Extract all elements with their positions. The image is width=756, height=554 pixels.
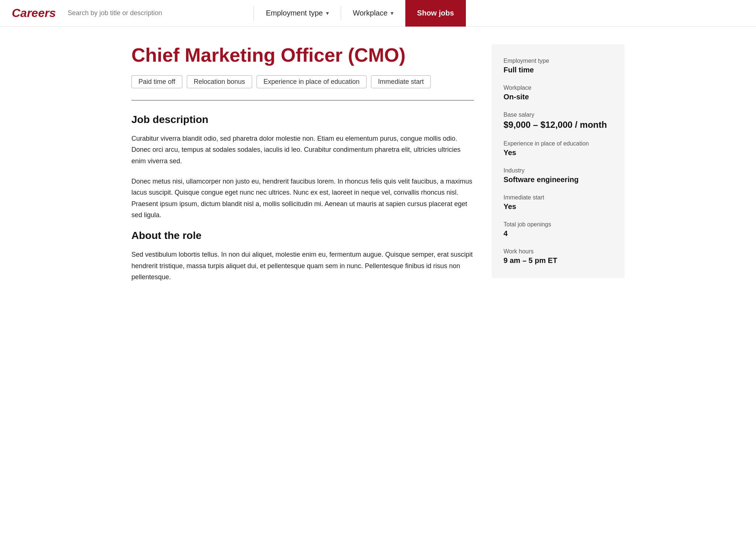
sidebar-value-7: 9 am – 5 pm ET bbox=[504, 256, 613, 265]
sidebar-value-2: $9,000 – $12,000 / month bbox=[504, 120, 613, 130]
main-container: Chief Marketing Officer (CMO) Paid time … bbox=[120, 27, 636, 315]
section-0-para-1: Donec metus nisi, ullamcorper non justo … bbox=[131, 176, 474, 221]
sidebar-item-2: Base salary$9,000 – $12,000 / month bbox=[504, 112, 613, 130]
job-title: Chief Marketing Officer (CMO) bbox=[131, 44, 474, 66]
tag: Relocation bonus bbox=[187, 75, 252, 88]
nav-divider-2 bbox=[341, 6, 341, 21]
sidebar-value-4: Software engineering bbox=[504, 175, 613, 184]
sidebar-item-4: IndustrySoftware engineering bbox=[504, 167, 613, 184]
sidebar-label-6: Total job openings bbox=[504, 221, 613, 228]
search-input[interactable] bbox=[68, 6, 245, 20]
section-heading-1: About the role bbox=[131, 230, 474, 242]
sidebar-item-0: Employment typeFull time bbox=[504, 58, 613, 74]
left-content: Chief Marketing Officer (CMO) Paid time … bbox=[131, 44, 474, 292]
tag: Paid time off bbox=[131, 75, 182, 88]
tag: Immediate start bbox=[371, 75, 431, 88]
chevron-down-icon-2: ▾ bbox=[391, 10, 394, 17]
content-divider bbox=[131, 100, 474, 100]
right-sidebar: Employment typeFull timeWorkplaceOn-site… bbox=[492, 44, 625, 278]
sidebar-item-5: Immediate startYes bbox=[504, 194, 613, 211]
header: Careers Employment type ▾ Workplace ▾ Sh… bbox=[0, 0, 756, 27]
sidebar-label-2: Base salary bbox=[504, 112, 613, 118]
sidebar-items-container: Employment typeFull timeWorkplaceOn-site… bbox=[504, 58, 613, 265]
workplace-label: Workplace bbox=[353, 9, 388, 17]
tag: Experience in place of education bbox=[257, 75, 367, 88]
sidebar-value-3: Yes bbox=[504, 148, 613, 157]
workplace-dropdown[interactable]: Workplace ▾ bbox=[350, 9, 396, 17]
sidebar-value-0: Full time bbox=[504, 66, 613, 74]
sections-container: Job descriptionCurabitur viverra blandit… bbox=[131, 114, 474, 283]
chevron-down-icon: ▾ bbox=[326, 10, 329, 17]
section-1-para-0: Sed vestibulum lobortis tellus. In non d… bbox=[131, 249, 474, 283]
sidebar-item-7: Work hours9 am – 5 pm ET bbox=[504, 248, 613, 265]
section-0-para-0: Curabitur viverra blandit odio, sed phar… bbox=[131, 133, 474, 167]
sidebar-item-1: WorkplaceOn-site bbox=[504, 85, 613, 101]
logo: Careers bbox=[12, 6, 56, 20]
sidebar-label-7: Work hours bbox=[504, 248, 613, 255]
sidebar-label-0: Employment type bbox=[504, 58, 613, 64]
sidebar-item-3: Experience in place of educationYes bbox=[504, 140, 613, 157]
sidebar-label-4: Industry bbox=[504, 167, 613, 174]
employment-type-label: Employment type bbox=[266, 9, 323, 17]
show-jobs-button[interactable]: Show jobs bbox=[405, 0, 466, 27]
sidebar-item-6: Total job openings4 bbox=[504, 221, 613, 238]
employment-type-dropdown[interactable]: Employment type ▾ bbox=[263, 9, 332, 17]
sidebar-value-1: On-site bbox=[504, 93, 613, 101]
sidebar-label-5: Immediate start bbox=[504, 194, 613, 201]
sidebar-label-3: Experience in place of education bbox=[504, 140, 613, 147]
nav-divider bbox=[254, 6, 254, 21]
sidebar-value-6: 4 bbox=[504, 229, 613, 238]
sidebar-label-1: Workplace bbox=[504, 85, 613, 91]
sidebar-value-5: Yes bbox=[504, 202, 613, 211]
tags-row: Paid time offRelocation bonusExperience … bbox=[131, 75, 474, 88]
section-heading-0: Job description bbox=[131, 114, 474, 126]
